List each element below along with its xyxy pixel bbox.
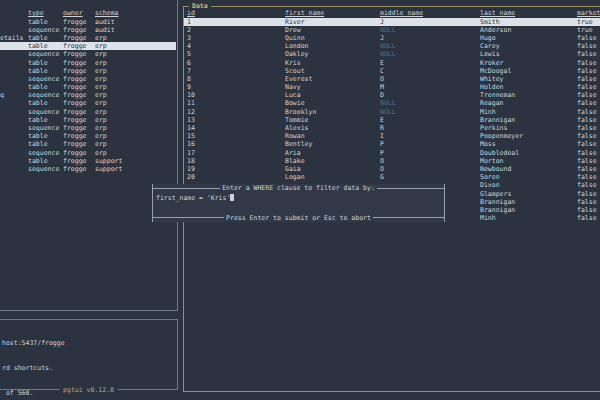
table-list-item[interactable]: sequence frogge erp: [0, 75, 176, 83]
table-list-item[interactable]: table frogge erp: [0, 83, 176, 91]
data-table-row[interactable]: 5 Oakley NULL Lewis false: [184, 50, 600, 58]
where-clause-input-value: first_name = 'Kris': [156, 194, 230, 202]
border-line: [377, 188, 444, 189]
data-table-row[interactable]: 20 Logan G Soren false: [184, 173, 600, 181]
data-table-row[interactable]: 7 Scout C McDoogal false: [184, 67, 600, 75]
data-table-row[interactable]: 8 Everest O Whitey false: [184, 75, 600, 83]
table-list-item[interactable]: table frogge erp: [0, 132, 176, 140]
app-version-label: pgtui v0.12.8: [59, 386, 118, 394]
table-list-item[interactable]: sequence frogge erp: [0, 50, 176, 58]
table-list-item[interactable]: table frogge erp: [0, 42, 176, 50]
column-header-schema: schema: [95, 9, 176, 17]
data-table-row[interactable]: 14 Alexis R Perkins false: [184, 124, 600, 132]
table-list-item[interactable]: sequence frogge audit: [0, 26, 176, 34]
text-cursor: [230, 194, 234, 201]
column-header-last-name: last_name: [480, 9, 577, 17]
tables-list-header: type owner schema: [0, 9, 176, 17]
border-line: [153, 188, 220, 189]
connection-info-panel: host:5437/frogge rd shortcuts. of 560. p…: [0, 319, 178, 390]
column-header-first-name: first_name: [285, 9, 380, 17]
table-list-item[interactable]: table frogge erp: [0, 116, 176, 124]
border-line: [373, 217, 444, 218]
data-table-row[interactable]: 3 Quinn J Hugo false: [184, 34, 600, 42]
column-header-market: market: [577, 9, 600, 17]
data-table-row[interactable]: 19 Gaia O Newbound false: [184, 165, 600, 173]
data-table-row[interactable]: 4 London NULL Carey false: [184, 42, 600, 50]
data-table-row[interactable]: 18 Blake O Morton false: [184, 157, 600, 165]
table-list-item[interactable]: sequence frogge support: [0, 165, 176, 173]
data-table-row[interactable]: 17 Aria P Doubledeal false: [184, 149, 600, 157]
border-line: [153, 217, 224, 218]
table-list-item[interactable]: table frogge erp: [0, 99, 176, 107]
table-list-item[interactable]: sequence frogge erp: [0, 124, 176, 132]
where-clause-modal: Enter a WHERE clause to filter data by: …: [152, 184, 445, 222]
data-table-row[interactable]: 10 Luca D Trenneman false: [184, 91, 600, 99]
modal-help-row: Press Enter to submit or Esc to abort: [153, 214, 444, 222]
data-table-row[interactable]: 11 Bowie NULL Reagan false: [184, 99, 600, 107]
column-header-owner: owner: [63, 9, 95, 17]
column-header-middle-name: middle_name: [380, 9, 480, 17]
column-header-name: [0, 9, 28, 17]
data-table-row[interactable]: 2 Drew NULL Anderson true: [184, 26, 600, 34]
data-table-row[interactable]: 1 River J Smith true: [184, 18, 600, 26]
data-table-row[interactable]: 16 Bentley P Moss false: [184, 140, 600, 148]
table-list-item[interactable]: sequence frogge erp: [0, 108, 176, 116]
table-list-item[interactable]: table frogge audit: [0, 18, 176, 26]
data-table-row[interactable]: 12 Brooklyn NULL Minh false: [184, 108, 600, 116]
table-list-item[interactable]: etails table frogge erp: [0, 34, 176, 42]
column-header-id: id: [184, 9, 285, 17]
where-clause-input[interactable]: first_name = 'Kris': [156, 194, 442, 202]
tables-list: table frogge audit sequence frogge audit…: [0, 18, 176, 174]
data-table-row[interactable]: 9 Navy M Holden false: [184, 83, 600, 91]
table-list-item[interactable]: table frogge support: [0, 157, 176, 165]
data-table-header: id first_name middle_name last_name mark…: [184, 9, 600, 17]
table-list-item[interactable]: table frogge erp: [0, 67, 176, 75]
modal-title: Enter a WHERE clause to filter data by:: [220, 184, 377, 192]
tables-list-panel: type owner schema table frogge audit seq…: [0, 0, 178, 311]
modal-title-row: Enter a WHERE clause to filter data by:: [153, 184, 444, 192]
data-table-row[interactable]: 15 Rowan I Poopenmeyer false: [184, 132, 600, 140]
data-table-row[interactable]: 6 Kris E Kroker false: [184, 59, 600, 67]
shortcuts-hint-text: rd shortcuts.: [2, 364, 176, 372]
column-header-type: type: [28, 9, 63, 17]
data-table-row[interactable]: 13 Tommie E Brannigan false: [184, 116, 600, 124]
table-list-item[interactable]: sequence frogge erp: [0, 149, 176, 157]
connection-host-text: host:5437/frogge: [2, 339, 176, 347]
modal-help-text: Press Enter to submit or Esc to abort: [224, 214, 373, 222]
table-list-item[interactable]: table frogge erp: [0, 59, 176, 67]
pgtui-app: type owner schema table frogge audit seq…: [0, 0, 600, 400]
table-list-item[interactable]: table frogge erp: [0, 140, 176, 148]
table-list-item[interactable]: q sequence frogge erp: [0, 91, 176, 99]
